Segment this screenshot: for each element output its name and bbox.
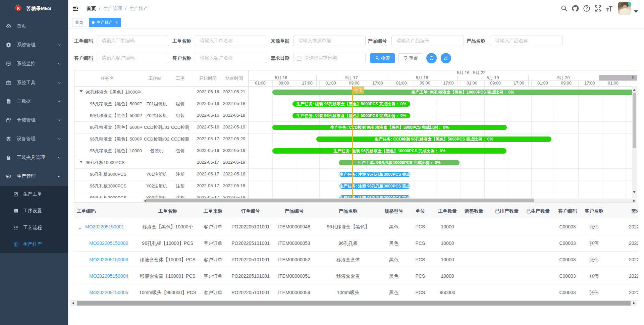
svg-text:K: K: [17, 6, 20, 10]
